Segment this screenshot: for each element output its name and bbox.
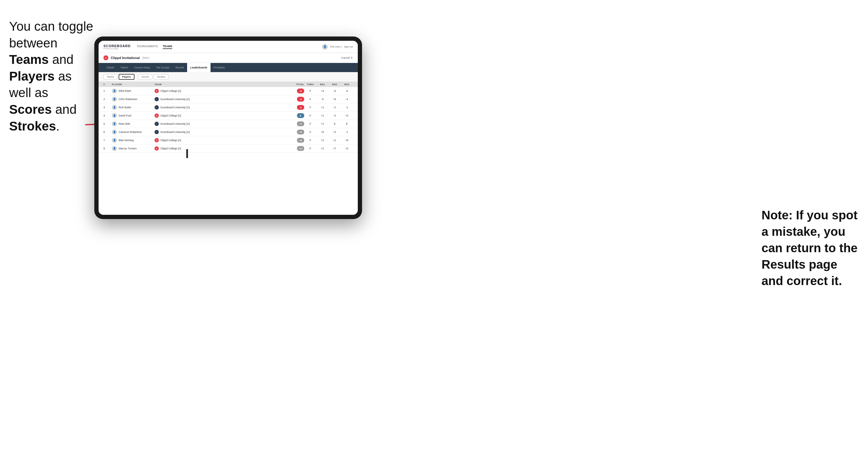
cancel-button[interactable]: Cancel ✕ [341, 56, 353, 59]
team-name: Clippd College [A] [160, 139, 181, 142]
player-cell: 👤 Rich Butler [112, 105, 155, 110]
tab-results[interactable]: Results [173, 63, 187, 72]
player-avatar: 👤 [112, 130, 117, 134]
table-row: 7 👤 Blair McHarg C Clippd College [A] +8… [99, 136, 358, 145]
player-cell: 👤 Rees Britt [112, 121, 155, 126]
rd2-score: -6 [329, 89, 341, 92]
team-name: Scoreboard University [A] [160, 130, 190, 133]
logo-sub: Powered by clippd [103, 48, 130, 50]
top-nav: SCOREBOARD Powered by clippd TOURNAMENTS… [99, 41, 358, 53]
nav-link-tournaments[interactable]: TOURNAMENTS [136, 45, 158, 49]
rd1-score: +2 [316, 139, 329, 142]
rd3-score: E [341, 122, 353, 125]
row-pos: 7 [103, 139, 112, 142]
annotation-right: Note: If you spot a mistake, you can ret… [762, 207, 859, 289]
team-cell: ≡ Scoreboard University [A] [155, 122, 286, 126]
toggle-players-button[interactable]: Players [119, 74, 134, 80]
player-avatar: 👤 [112, 121, 117, 126]
tab-teams[interactable]: Teams [118, 63, 131, 72]
thru: F [304, 114, 316, 117]
player-name: Blair McHarg [119, 139, 133, 142]
team-name: Scoreboard University [A] [160, 106, 190, 109]
row-pos: 8 [103, 147, 112, 150]
tab-details[interactable]: Details [103, 63, 118, 72]
thru: F [304, 122, 316, 125]
player-avatar: 👤 [112, 138, 117, 143]
total-score: +11 [297, 146, 304, 151]
rd2-score: -4 [329, 114, 341, 117]
team-cell: C Clippd College [A] [155, 89, 286, 93]
team-logo-icon: C [155, 138, 159, 143]
toggle-bar: Teams Players Scores Strokes [99, 72, 358, 82]
col-rd2: RD2 [329, 83, 341, 86]
table-header: # PLAYER TEAM TOTAL THRU RD1 RD2 RD3 [99, 82, 358, 87]
tablet-frame: SCOREBOARD Powered by clippd TOURNAMENTS… [94, 36, 362, 219]
table-row: 2 👤 Chris Robertson ≡ Scoreboard Univers… [99, 95, 358, 103]
tab-course-setup[interactable]: Course Setup [131, 63, 153, 72]
team-cell: ≡ Scoreboard University [A] [155, 97, 286, 101]
clippd-logo-icon: C [103, 55, 108, 60]
toggle-strokes-button[interactable]: Strokes [154, 74, 168, 80]
total-score: +1 [297, 121, 304, 126]
tab-tee-groups[interactable]: Tee Groups [153, 63, 173, 72]
sign-out-link[interactable]: Sign out [344, 45, 353, 48]
tournament-gender: (Men) [142, 56, 149, 59]
table-row: 3 👤 Rich Butler ≡ Scoreboard University … [99, 103, 358, 112]
team-cell: ≡ Scoreboard University [A] [155, 105, 286, 110]
tab-leaderboards[interactable]: Leaderboards [187, 63, 210, 72]
tab-printables[interactable]: Printables [211, 63, 228, 72]
player-name: Rich Butler [119, 106, 131, 109]
row-pos: 1 [103, 89, 112, 92]
thru: F [304, 106, 316, 109]
player-avatar: 👤 [112, 97, 117, 102]
team-name: Clippd College [A] [160, 114, 181, 117]
user-icon: 👤 [322, 44, 328, 50]
row-pos: 5 [103, 122, 112, 125]
rd3-score: -4 [341, 98, 353, 101]
thru: F [304, 98, 316, 101]
col-rd3: RD3 [341, 83, 353, 86]
toggle-scores-button[interactable]: Scores [138, 74, 152, 80]
table-row: 5 👤 Rees Britt ≡ Scoreboard University [… [99, 120, 358, 128]
row-pos: 6 [103, 130, 112, 133]
team-logo-icon: C [155, 146, 159, 151]
team-logo-icon: ≡ [155, 97, 159, 101]
player-name: Cameron Robertson [119, 130, 142, 133]
total-score: +8 [297, 138, 304, 143]
rd3-score: -5 [341, 89, 353, 92]
nav-link-teams[interactable]: TEAMS [163, 45, 173, 49]
team-name: Clippd College [A] [160, 89, 181, 92]
rd1-score: +1 [316, 106, 329, 109]
rd3-score: +6 [341, 139, 353, 142]
player-name: Rees Britt [119, 122, 130, 125]
rd3-score: -1 [341, 130, 353, 133]
col-pos: # [103, 83, 112, 86]
total-score: -4 [297, 97, 304, 102]
logo-area: SCOREBOARD Powered by clippd [103, 44, 130, 50]
player-cell: 👤 Blair McHarg [112, 138, 155, 143]
table-row: 6 👤 Cameron Robertson ≡ Scoreboard Unive… [99, 128, 358, 136]
row-pos: 2 [103, 98, 112, 101]
rd2-score: +7 [329, 147, 341, 150]
logo-text: SCOREBOARD [103, 44, 130, 48]
toggle-teams-button[interactable]: Teams [103, 74, 118, 80]
team-name: Scoreboard University [A] [160, 98, 190, 101]
table-row: 4 👤 David Ford C Clippd College [A] E F … [99, 112, 358, 120]
player-avatar: 👤 [112, 89, 117, 93]
col-total: TOTAL [286, 83, 304, 86]
rd1-score: +1 [316, 122, 329, 125]
team-logo-icon: C [155, 89, 159, 93]
rd1-score: +2 [316, 147, 329, 150]
rd1-score: +1 [316, 114, 329, 117]
rd3-score: +2 [341, 147, 353, 150]
rd2-score: +1 [329, 139, 341, 142]
thru: F [304, 147, 316, 150]
team-logo-icon: ≡ [155, 105, 159, 110]
total-score: -8 [297, 89, 304, 93]
table-row: 8 👤 Marcus Turners C Clippd College [A] … [99, 145, 358, 153]
team-logo-icon: ≡ [155, 122, 159, 126]
tournament-header: C Clippd Invitational (Men) Cancel ✕ [99, 53, 358, 63]
rd1-score: +5 [316, 130, 329, 133]
player-name: David Ford [119, 114, 131, 117]
table-row: 1 👤 Elliot Ebert C Clippd College [A] -8… [99, 87, 358, 95]
